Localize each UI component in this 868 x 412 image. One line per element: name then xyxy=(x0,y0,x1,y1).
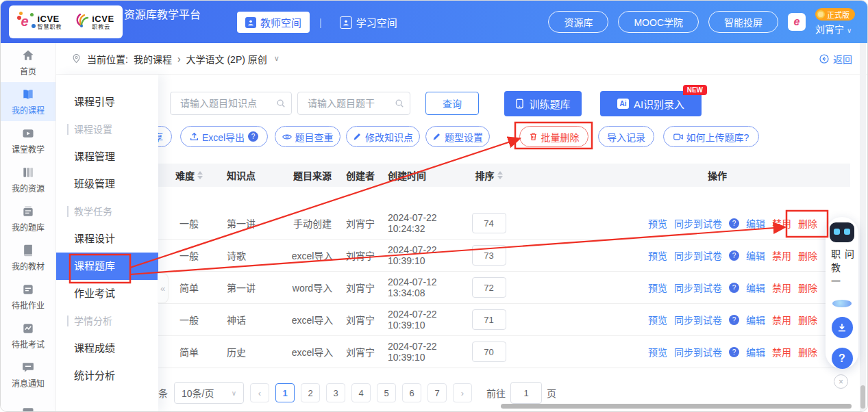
submenu-course-management[interactable]: 课程管理 xyxy=(56,143,158,170)
chevron-down-icon[interactable]: ∨ xyxy=(274,54,280,63)
disable-link[interactable]: 禁用 xyxy=(772,248,791,262)
sync-to-paper-link[interactable]: 同步到试卷 xyxy=(674,313,722,326)
assistant-close-icon[interactable]: × xyxy=(834,374,848,389)
sidebar-item-my-courses[interactable]: 我的课程 xyxy=(1,82,55,121)
resource-lib-button[interactable]: 资源库 xyxy=(548,11,608,33)
batch-delete-button[interactable]: 批量删除 xyxy=(519,126,588,147)
assistant-label[interactable]: 职教一问 xyxy=(828,249,856,297)
nav-teacher-space[interactable]: 教师空间 xyxy=(237,12,310,33)
sidebar-item-messages[interactable]: 消息通知 xyxy=(1,355,55,394)
panel-collapse-handle[interactable]: « xyxy=(158,273,169,303)
col-order[interactable]: 排序 xyxy=(470,168,508,182)
sidebar-item-my-textbooks[interactable]: 我的教材 xyxy=(1,238,55,277)
submenu-statistics[interactable]: 统计分析 xyxy=(56,362,158,389)
how-upload-button[interactable]: 如何上传题库? xyxy=(663,126,759,147)
sidebar-item-my-resources[interactable]: 我的资源 xyxy=(1,160,55,199)
sync-to-paper-link[interactable]: 同步到试卷 xyxy=(674,345,722,359)
nav-learning-space[interactable]: 学习空间 xyxy=(332,12,406,33)
import-record-button[interactable]: 导入记录 xyxy=(598,126,654,147)
order-input[interactable] xyxy=(472,277,506,298)
excel-export-button[interactable]: Excel导出 ? xyxy=(180,126,268,147)
order-input[interactable] xyxy=(472,245,506,266)
preview-link[interactable]: 预览 xyxy=(648,281,667,294)
sync-to-paper-link[interactable]: 同步到试卷 xyxy=(674,281,722,294)
delete-link[interactable]: 删除 xyxy=(798,248,817,262)
breadcrumb-parent[interactable]: 我的课程 xyxy=(134,52,172,66)
sort-icon[interactable] xyxy=(197,171,203,179)
sync-to-paper-link[interactable]: 同步到试卷 xyxy=(674,248,722,262)
smart-cast-button[interactable]: 智能投屏 xyxy=(708,11,778,33)
help-icon[interactable]: ? xyxy=(729,250,739,261)
sidebar-item-bottom-partial[interactable] xyxy=(1,394,55,412)
vertical-scrollbar-thumb[interactable] xyxy=(860,385,865,409)
edit-link[interactable]: 编辑 xyxy=(746,345,765,359)
page-button-7[interactable]: 7 xyxy=(427,383,447,402)
col-difficulty[interactable]: 难度 xyxy=(158,168,220,182)
help-icon[interactable]: ? xyxy=(729,315,739,325)
page-button-3[interactable]: 3 xyxy=(326,383,345,402)
sidebar-item-pending-exams[interactable]: 待批考试 xyxy=(1,316,55,355)
disable-link[interactable]: 禁用 xyxy=(772,345,791,359)
stem-search-input[interactable] xyxy=(306,97,395,110)
sidebar-item-classroom-teaching[interactable]: 课堂教学 xyxy=(1,121,55,160)
help-button[interactable]: ? xyxy=(832,348,853,369)
disable-link[interactable]: 禁用 xyxy=(772,281,791,294)
submenu-course-guide[interactable]: 课程引导 xyxy=(56,88,158,116)
vertical-scrollbar-track[interactable] xyxy=(860,43,866,411)
page-button-5[interactable]: 5 xyxy=(377,383,396,402)
preview-link[interactable]: 预览 xyxy=(648,313,667,326)
delete-link[interactable]: 删除 xyxy=(798,216,817,230)
ai-input-button[interactable]: Ai AI识别录入 NEW xyxy=(600,91,702,116)
help-icon[interactable]: ? xyxy=(729,347,739,357)
preview-link[interactable]: 预览 xyxy=(648,216,667,230)
edit-knowledge-button[interactable]: 修改知识点 xyxy=(346,126,420,147)
submenu-course-question-bank[interactable]: 课程题库 xyxy=(56,253,158,280)
sync-to-paper-link[interactable]: 同步到试卷 xyxy=(674,216,722,230)
dup-check-button[interactable]: 题目查重 xyxy=(275,126,340,147)
edit-link[interactable]: 编辑 xyxy=(746,248,765,262)
submenu-course-grades[interactable]: 课程成绩 xyxy=(56,335,158,362)
help-icon[interactable]: ? xyxy=(729,218,739,229)
sidebar-item-my-question-bank[interactable]: 我的题库 xyxy=(1,199,55,238)
goto-page-input[interactable] xyxy=(510,382,542,404)
sidebar-item-home[interactable]: 首页 xyxy=(1,43,55,82)
prev-page-button[interactable]: ‹ xyxy=(250,383,269,402)
mooc-button[interactable]: MOOC学院 xyxy=(618,11,699,33)
back-button[interactable]: 返回 xyxy=(819,52,852,66)
next-page-button[interactable]: › xyxy=(453,383,472,402)
page-size-select[interactable]: 10条/页∨ xyxy=(174,382,244,404)
page-button-4[interactable]: 4 xyxy=(351,383,371,402)
type-setting-button[interactable]: 题型设置 xyxy=(425,126,490,147)
horizontal-scrollbar[interactable] xyxy=(501,404,852,409)
delete-link[interactable]: 删除 xyxy=(798,281,817,294)
train-bank-button[interactable]: 训练题库 xyxy=(504,91,582,116)
help-icon[interactable]: ? xyxy=(248,131,258,142)
user-menu[interactable]: 刘宵宁 ∨ xyxy=(815,22,852,36)
help-icon[interactable]: ? xyxy=(729,283,739,293)
edit-link[interactable]: 编辑 xyxy=(746,281,765,294)
breadcrumb-current-course[interactable]: 大学语文 (2P) 原创 xyxy=(186,52,267,66)
disable-link[interactable]: 禁用 xyxy=(772,216,791,230)
edit-link[interactable]: 编辑 xyxy=(746,216,765,230)
order-input[interactable] xyxy=(472,309,506,330)
delete-link[interactable]: 删除 xyxy=(798,345,817,359)
sidebar-item-pending-homework[interactable]: 待批作业 xyxy=(1,277,55,316)
submenu-class-management[interactable]: 班级管理 xyxy=(56,170,158,198)
submenu-course-design[interactable]: 课程设计 xyxy=(56,225,158,253)
page-button-1[interactable]: 1 xyxy=(275,383,295,402)
order-input[interactable] xyxy=(472,342,506,362)
download-button[interactable] xyxy=(832,317,853,338)
edit-link[interactable]: 编辑 xyxy=(746,313,765,326)
sort-icon[interactable] xyxy=(497,171,503,179)
page-button-2[interactable]: 2 xyxy=(301,383,320,402)
preview-link[interactable]: 预览 xyxy=(648,248,667,262)
user-avatar[interactable]: e xyxy=(788,13,806,31)
knowledge-search-input[interactable] xyxy=(179,97,276,110)
order-input[interactable] xyxy=(472,213,506,233)
page-button-6[interactable]: 6 xyxy=(402,383,421,402)
preview-link[interactable]: 预览 xyxy=(648,345,667,359)
delete-link[interactable]: 删除 xyxy=(798,313,817,326)
query-button[interactable]: 查询 xyxy=(425,92,479,115)
robot-icon[interactable] xyxy=(830,222,854,242)
submenu-homework-exam[interactable]: 作业考试 xyxy=(56,280,158,307)
